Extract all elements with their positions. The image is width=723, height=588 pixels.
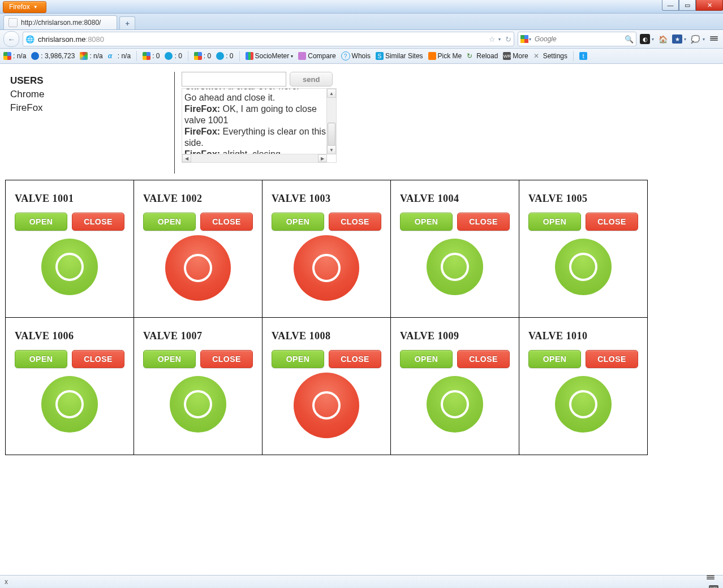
bookmark-item[interactable]: : n/a bbox=[3, 52, 26, 60]
valve-title: VALVE 1002 bbox=[143, 193, 253, 205]
search-bar[interactable]: ▾ 🔍 bbox=[518, 32, 636, 46]
bookmark-item[interactable]: : n/a bbox=[80, 52, 102, 60]
horizontal-scrollbar[interactable]: ◀ ▶ bbox=[182, 154, 327, 162]
chat-panel: send Chrome: All clear over here. Go ahe… bbox=[182, 72, 334, 163]
tab-strip: http://chrislarson.me:8080/ + bbox=[0, 14, 723, 30]
addon-icon[interactable]: ◐ bbox=[640, 34, 650, 44]
chat-log: Chrome: All clear over here. Go ahead an… bbox=[182, 88, 337, 163]
valve-cell: VALVE 1006OPENCLOSE bbox=[5, 317, 134, 455]
scrollbar-thumb[interactable] bbox=[328, 123, 335, 146]
valve-cell: VALVE 1008OPENCLOSE bbox=[262, 317, 391, 455]
user-item: Chrome bbox=[10, 88, 169, 101]
close-button[interactable]: CLOSE bbox=[72, 213, 124, 231]
firefox-menu-label: Firefox bbox=[9, 3, 30, 11]
window-maximize-button[interactable]: ▭ bbox=[679, 0, 696, 11]
valve-cell: VALVE 1007OPENCLOSE bbox=[134, 317, 262, 455]
window-controls: — ▭ ✕ bbox=[662, 0, 723, 11]
bookmarks-toolbar: : n/a : 3,986,723 : n/a α: n/a : 0 : 0 :… bbox=[0, 49, 723, 64]
chevron-down-icon: ▼ bbox=[33, 5, 38, 10]
valve-title: VALVE 1007 bbox=[143, 330, 253, 342]
valve-title: VALVE 1004 bbox=[400, 193, 510, 205]
open-button[interactable]: OPEN bbox=[528, 350, 581, 368]
chevron-down-icon[interactable]: ▾ bbox=[498, 37, 501, 42]
bookmark-item[interactable]: SSimilar Sites bbox=[376, 52, 423, 60]
open-button[interactable]: OPEN bbox=[400, 213, 453, 231]
send-button[interactable]: send bbox=[290, 72, 333, 87]
close-button[interactable]: CLOSE bbox=[329, 213, 381, 231]
bookmark-item[interactable]: : 0 bbox=[194, 52, 211, 60]
close-button[interactable]: CLOSE bbox=[329, 350, 381, 368]
home-icon[interactable]: 🏠 bbox=[657, 33, 669, 45]
close-button[interactable]: CLOSE bbox=[586, 350, 638, 368]
star-icon[interactable]: ☆ bbox=[489, 35, 496, 44]
valve-title: VALVE 1008 bbox=[272, 330, 381, 342]
valve-title: VALVE 1010 bbox=[528, 330, 638, 342]
divider bbox=[174, 72, 175, 174]
scroll-right-icon[interactable]: ▶ bbox=[318, 154, 327, 162]
search-icon[interactable]: 🔍 bbox=[625, 35, 634, 44]
page-content: USERS Chrome FireFox send Chrome: All cl… bbox=[0, 64, 723, 478]
vertical-scrollbar[interactable]: ▲ ▼ bbox=[326, 89, 336, 154]
firefox-menu-button[interactable]: Firefox ▼ bbox=[3, 1, 46, 13]
search-input[interactable] bbox=[533, 34, 622, 44]
close-button[interactable]: CLOSE bbox=[200, 350, 253, 368]
bookmark-item[interactable]: ?Whois bbox=[341, 51, 371, 60]
bookmark-item[interactable]: Compare bbox=[298, 52, 335, 60]
valve-cell: VALVE 1001OPENCLOSE bbox=[5, 180, 134, 318]
twitter-icon[interactable]: t bbox=[579, 52, 587, 60]
valve-cell: VALVE 1009OPENCLOSE bbox=[390, 317, 519, 455]
scroll-up-icon[interactable]: ▲ bbox=[327, 89, 336, 98]
close-button[interactable]: CLOSE bbox=[457, 213, 510, 231]
open-button[interactable]: OPEN bbox=[143, 350, 196, 368]
close-button[interactable]: CLOSE bbox=[586, 213, 638, 231]
open-button[interactable]: OPEN bbox=[15, 213, 67, 231]
url-actions: ☆ ▾ ↻ bbox=[489, 35, 511, 44]
open-button[interactable]: OPEN bbox=[400, 350, 453, 368]
bookmark-item[interactable]: ↻Reload bbox=[467, 52, 498, 60]
open-button[interactable]: OPEN bbox=[528, 213, 581, 231]
users-heading: USERS bbox=[10, 74, 169, 88]
window-minimize-button[interactable]: — bbox=[662, 0, 679, 11]
bookmark-item[interactable]: α: n/a bbox=[108, 52, 131, 60]
valve-cell: VALVE 1003OPENCLOSE bbox=[262, 180, 391, 318]
bookmarks-icon[interactable]: ★ bbox=[672, 34, 682, 44]
new-tab-button[interactable]: + bbox=[119, 16, 135, 29]
valve-cell: VALVE 1010OPENCLOSE bbox=[519, 317, 648, 455]
bookmark-item[interactable]: : 0 bbox=[216, 52, 233, 60]
scroll-left-icon[interactable]: ◀ bbox=[182, 154, 191, 162]
bookmark-item[interactable]: WRMore bbox=[503, 52, 528, 60]
bookmark-item[interactable]: : 0 bbox=[165, 52, 182, 60]
valve-grid: VALVE 1001OPENCLOSEVALVE 1002OPENCLOSEVA… bbox=[6, 180, 717, 455]
layers-icon[interactable] bbox=[708, 33, 720, 45]
open-button[interactable]: OPEN bbox=[143, 213, 196, 231]
bookmark-item[interactable]: SocioMeter▾ bbox=[246, 52, 294, 60]
scroll-down-icon[interactable]: ▼ bbox=[327, 145, 336, 154]
chevron-down-icon[interactable]: ▾ bbox=[529, 37, 531, 42]
open-button[interactable]: OPEN bbox=[272, 213, 324, 231]
valve-indicator-green bbox=[555, 376, 612, 433]
close-button[interactable]: CLOSE bbox=[457, 350, 510, 368]
bookmark-item[interactable]: : 3,986,723 bbox=[31, 52, 75, 60]
valve-indicator-green bbox=[170, 376, 226, 433]
address-bar[interactable]: 🌐 chrislarson.me:8080 ☆ ▾ ↻ bbox=[23, 32, 514, 46]
close-button[interactable]: CLOSE bbox=[72, 350, 124, 368]
valve-indicator-green bbox=[555, 239, 612, 295]
bookmark-item[interactable]: : 0 bbox=[143, 52, 160, 60]
valve-title: VALVE 1006 bbox=[15, 330, 124, 342]
url-text: chrislarson.me:8080 bbox=[38, 35, 485, 44]
navigation-toolbar: ← 🌐 chrislarson.me:8080 ☆ ▾ ↻ ▾ 🔍 ◐▾ 🏠 ★… bbox=[0, 30, 723, 49]
open-button[interactable]: OPEN bbox=[15, 350, 67, 368]
window-close-button[interactable]: ✕ bbox=[696, 0, 723, 11]
open-button[interactable]: OPEN bbox=[272, 350, 324, 368]
close-button[interactable]: CLOSE bbox=[200, 213, 253, 231]
chat-input[interactable] bbox=[182, 72, 286, 87]
back-button[interactable]: ← bbox=[3, 31, 19, 47]
reload-icon[interactable]: ↻ bbox=[505, 35, 511, 44]
addon-icon[interactable]: 💭 bbox=[690, 33, 701, 45]
bookmark-item[interactable]: ✕Settings bbox=[533, 52, 567, 60]
valve-indicator-red bbox=[294, 373, 359, 438]
user-item: FireFox bbox=[10, 101, 169, 115]
bookmark-item[interactable]: Pick Me bbox=[428, 52, 462, 60]
valve-indicator-green bbox=[41, 239, 98, 295]
browser-tab[interactable]: http://chrislarson.me:8080/ bbox=[3, 15, 117, 29]
